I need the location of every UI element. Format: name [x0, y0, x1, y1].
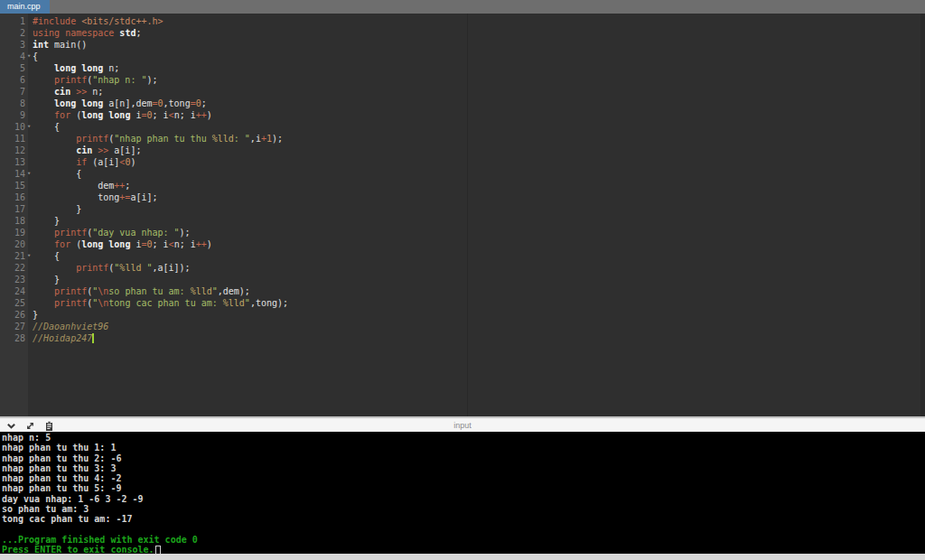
line-number[interactable]: 7 [0, 86, 25, 98]
code-lines: 1#include <bits/stdc++.h>2using namespac… [0, 15, 925, 344]
line-number[interactable]: 19 [0, 227, 25, 238]
code-line[interactable]: 13 if (a[i]<0) [0, 156, 925, 168]
line-number[interactable]: 28 [0, 332, 25, 344]
line-number[interactable]: 3 [0, 39, 25, 51]
line-number[interactable]: 8 [0, 98, 25, 109]
fold-spacer [25, 332, 33, 344]
code-line[interactable]: 1#include <bits/stdc++.h> [0, 15, 925, 27]
code-text: printf("day vua nhap: "); [33, 227, 191, 238]
bottom-strip [0, 554, 925, 560]
console-line: ...Program finished with exit code 0 [2, 535, 925, 545]
line-number[interactable]: 11 [0, 133, 25, 145]
code-line[interactable]: 19 printf("day vua nhap: "); [0, 227, 925, 238]
code-text: printf("%lld ",a[i]); [33, 262, 191, 274]
code-line[interactable]: 27//Daoanhviet96 [0, 321, 925, 332]
line-number[interactable]: 13 [0, 156, 25, 168]
code-line[interactable]: 22 printf("%lld ",a[i]); [0, 262, 925, 274]
line-number[interactable]: 15 [0, 180, 25, 191]
code-text: } [33, 203, 81, 215]
line-number[interactable]: 17 [0, 203, 25, 215]
code-line[interactable]: 4▾{ [0, 51, 925, 62]
code-line[interactable]: 2using namespace std; [0, 27, 925, 39]
code-line[interactable]: 18 } [0, 215, 925, 227]
line-number[interactable]: 6 [0, 74, 25, 86]
fold-spacer [25, 297, 33, 309]
fold-spacer [25, 227, 33, 238]
code-line[interactable]: 7 cin >> n; [0, 86, 925, 98]
code-line[interactable]: 5 long long n; [0, 62, 925, 74]
code-text: int main() [33, 39, 87, 51]
code-line[interactable]: 6 printf("nhap n: "); [0, 74, 925, 86]
code-line[interactable]: 26} [0, 309, 925, 321]
line-number[interactable]: 22 [0, 262, 25, 274]
console-line: nhap phan tu thu 4: -2 [2, 473, 925, 483]
code-text: //Hoidap247 [33, 332, 94, 344]
code-text: } [33, 215, 60, 227]
fold-spacer [25, 98, 33, 109]
code-line[interactable]: 3int main() [0, 39, 925, 51]
tab-main-cpp[interactable]: main.cpp [0, 0, 50, 14]
line-number[interactable]: 16 [0, 191, 25, 203]
line-number[interactable]: 14 [0, 168, 25, 180]
line-number[interactable]: 18 [0, 215, 25, 227]
fold-spacer [25, 86, 33, 98]
code-text: if (a[i]<0) [33, 156, 135, 168]
code-line[interactable]: 8 long long a[n],dem=0,tong=0; [0, 98, 925, 109]
code-line[interactable]: 16 tong+=a[i]; [0, 191, 925, 203]
line-number[interactable]: 24 [0, 285, 25, 297]
fold-arrow-icon[interactable]: ▾ [25, 250, 33, 262]
code-text: #include <bits/stdc++.h> [33, 15, 164, 27]
line-number[interactable]: 1 [0, 15, 25, 27]
console-line: nhap phan tu thu 3: 3 [2, 463, 925, 473]
code-editor[interactable]: 1#include <bits/stdc++.h>2using namespac… [0, 14, 925, 416]
code-line[interactable]: 17 } [0, 203, 925, 215]
code-line[interactable]: 12 cin >> a[i]; [0, 145, 925, 156]
fold-arrow-icon[interactable]: ▾ [25, 121, 33, 133]
line-number[interactable]: 5 [0, 62, 25, 74]
code-line[interactable]: 20 for (long long i=0; i<n; i++) [0, 238, 925, 250]
line-number[interactable]: 25 [0, 297, 25, 309]
code-text: for (long long i=0; i<n; i++) [33, 238, 212, 250]
fold-spacer [25, 180, 33, 191]
line-number[interactable]: 26 [0, 309, 25, 321]
fold-spacer [25, 238, 33, 250]
chevron-down-icon[interactable] [5, 420, 17, 432]
console-output[interactable]: nhap n: 5nhap phan tu thu 1: 1nhap phan … [0, 432, 925, 554]
line-number[interactable]: 21 [0, 250, 25, 262]
fold-spacer [25, 15, 33, 27]
console-toolbar: input [0, 416, 925, 432]
fold-spacer [25, 309, 33, 321]
code-line[interactable]: 24 printf("\nso phan tu am: %lld",dem); [0, 285, 925, 297]
code-line[interactable]: 28//Hoidap247 [0, 332, 925, 344]
paste-icon[interactable] [43, 420, 55, 432]
line-number[interactable]: 27 [0, 321, 25, 332]
code-line[interactable]: 11 printf("nhap phan tu thu %lld: ",i+1)… [0, 133, 925, 145]
code-line[interactable]: 23 } [0, 274, 925, 285]
expand-icon[interactable] [24, 420, 36, 432]
line-number[interactable]: 23 [0, 274, 25, 285]
line-number[interactable]: 12 [0, 145, 25, 156]
code-text: //Daoanhviet96 [33, 321, 108, 332]
fold-arrow-icon[interactable]: ▾ [25, 168, 33, 180]
console-line: tong cac phan tu am: -17 [2, 514, 925, 524]
line-number[interactable]: 2 [0, 27, 25, 39]
code-line[interactable]: 9 for (long long i=0; i<n; i++) [0, 109, 925, 121]
fold-spacer [25, 262, 33, 274]
line-number[interactable]: 10 [0, 121, 25, 133]
line-number[interactable]: 9 [0, 109, 25, 121]
code-line[interactable]: 10▾ { [0, 121, 925, 133]
fold-spacer [25, 215, 33, 227]
fold-spacer [25, 39, 33, 51]
code-line[interactable]: 14▾ { [0, 168, 925, 180]
console-line: nhap phan tu thu 5: -9 [2, 483, 925, 493]
code-text: printf("\nso phan tu am: %lld",dem); [33, 285, 250, 297]
code-text: for (long long i=0; i<n; i++) [33, 109, 212, 121]
code-line[interactable]: 21▾ { [0, 250, 925, 262]
line-number[interactable]: 20 [0, 238, 25, 250]
console-input-label: input [0, 420, 925, 432]
fold-arrow-icon[interactable]: ▾ [25, 51, 33, 62]
line-number[interactable]: 4 [0, 51, 25, 62]
code-text: } [33, 309, 38, 321]
code-line[interactable]: 25 printf("\ntong cac phan tu am: %lld",… [0, 297, 925, 309]
code-line[interactable]: 15 dem++; [0, 180, 925, 191]
